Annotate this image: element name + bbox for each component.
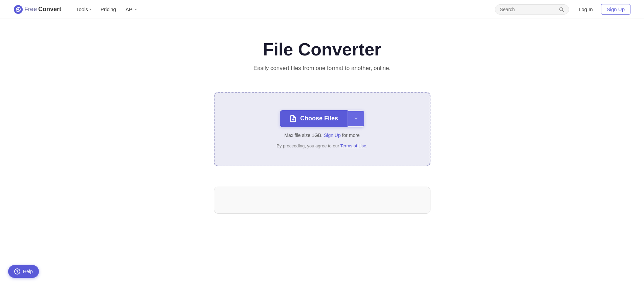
svg-line-3 (562, 10, 564, 12)
info-text-suffix: for more (342, 133, 360, 138)
logo[interactable]: FreeConvert (14, 5, 61, 14)
terms-suffix: . (366, 143, 368, 148)
svg-point-1 (17, 8, 19, 10)
choose-files-group: Choose Files (280, 110, 364, 127)
search-input[interactable] (500, 7, 556, 12)
drop-zone[interactable]: Choose Files Max file size 1GB. Sign Up … (214, 92, 430, 166)
search-icon (559, 7, 564, 12)
logo-text-convert: Convert (38, 6, 61, 13)
file-size-info: Max file size 1GB. Sign Up for more (284, 133, 360, 138)
login-button[interactable]: Log In (576, 4, 596, 14)
chevron-down-icon (353, 116, 359, 121)
nav-tools[interactable]: Tools ▾ (72, 4, 95, 15)
nav-api[interactable]: API ▾ (121, 4, 141, 15)
terms-text: By proceeding, you agree to our Terms of… (276, 143, 368, 148)
search-bar (495, 4, 569, 15)
help-button[interactable]: ? Help (8, 265, 39, 278)
choose-files-label: Choose Files (300, 115, 338, 122)
choose-files-dropdown-button[interactable] (348, 111, 364, 126)
page-subtitle: Easily convert files from one format to … (253, 65, 391, 72)
api-chevron-icon: ▾ (135, 7, 137, 11)
logo-icon (14, 5, 23, 14)
tools-chevron-icon: ▾ (89, 7, 91, 11)
main-content: File Converter Easily convert files from… (0, 19, 644, 214)
terms-prefix: By proceeding, you agree to our (276, 143, 340, 148)
help-label: Help (23, 269, 33, 274)
nav-pricing[interactable]: Pricing (96, 4, 120, 15)
site-header: FreeConvert Tools ▾ Pricing API ▾ Log In… (0, 0, 644, 19)
bottom-section (214, 187, 430, 214)
info-signup-link[interactable]: Sign Up (324, 133, 341, 138)
signup-button[interactable]: Sign Up (601, 4, 630, 15)
help-icon: ? (14, 268, 20, 275)
upload-file-icon (289, 115, 297, 122)
main-nav: Tools ▾ Pricing API ▾ (72, 4, 495, 15)
info-text-prefix: Max file size 1GB. (284, 133, 323, 138)
choose-files-button[interactable]: Choose Files (280, 110, 348, 127)
terms-link[interactable]: Terms of Use (340, 143, 367, 148)
logo-text-free: Free (24, 6, 37, 13)
auth-area: Log In Sign Up (576, 4, 630, 15)
page-title: File Converter (263, 39, 381, 59)
